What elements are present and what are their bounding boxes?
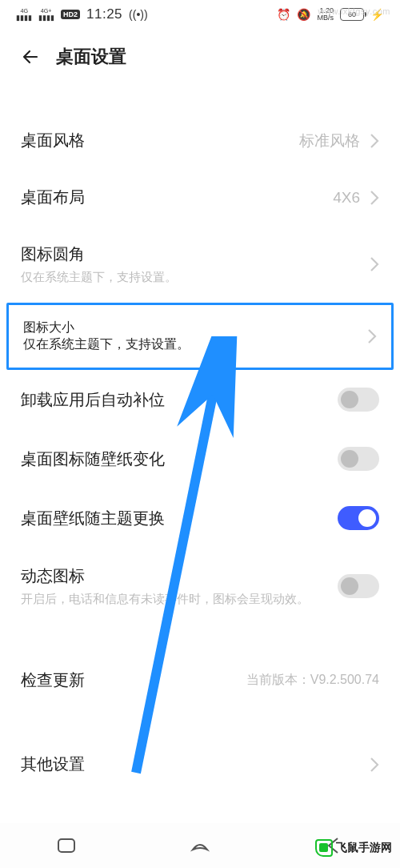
mute-icon: 🔕	[297, 8, 310, 21]
item-label: 桌面壁纸随主题更换	[21, 508, 328, 529]
page-title: 桌面设置	[56, 45, 126, 69]
nav-recent-icon[interactable]	[56, 835, 77, 856]
item-sublabel: 仅在系统主题下，支持设置。	[21, 270, 360, 285]
settings-list: 桌面风格 标准风格 桌面布局 4X6 图标圆角 仅在系统主题下，支持设置。 图标…	[0, 112, 400, 793]
item-label: 桌面图标随壁纸变化	[21, 448, 328, 470]
item-label: 桌面风格	[21, 130, 290, 151]
item-value: 4X6	[333, 189, 360, 207]
chevron-right-icon	[370, 190, 379, 206]
item-check-update[interactable]: 检查更新 当前版本：V9.2.500.74	[0, 652, 400, 709]
watermark-brand: 飞鼠手游网	[315, 839, 392, 857]
item-icon-corner[interactable]: 图标圆角 仅在系统主题下，支持设置。	[0, 226, 400, 303]
item-desktop-style[interactable]: 桌面风格 标准风格	[0, 112, 400, 169]
item-sublabel: 仅在系统主题下，支持设置。	[23, 336, 190, 353]
toggle-dynamic-icon[interactable]	[338, 574, 379, 598]
signal-2-icon: 4G+▮▮▮▮	[38, 7, 54, 22]
toggle-auto-fill[interactable]	[338, 388, 379, 412]
item-label: 桌面布局	[21, 187, 323, 208]
item-label: 动态图标	[21, 565, 328, 587]
item-value: 标准风格	[299, 131, 360, 151]
chevron-right-icon	[370, 133, 379, 149]
item-label: 卸载应用后自动补位	[21, 389, 328, 411]
item-desktop-layout[interactable]: 桌面布局 4X6	[0, 169, 400, 226]
net-speed: 1.20MB/s	[317, 7, 334, 22]
status-time: 11:25	[86, 6, 122, 22]
brand-logo-icon	[315, 839, 333, 857]
toggle-wallpaper-theme[interactable]	[338, 506, 379, 530]
item-dynamic-icon[interactable]: 动态图标 开启后，电话和信息有未读事件时，图标会呈现动效。	[0, 548, 400, 625]
item-sublabel: 开启后，电话和信息有未读事件时，图标会呈现动效。	[21, 592, 328, 607]
alarm-icon: ⏰	[277, 8, 290, 21]
charging-icon: ⚡	[370, 8, 384, 21]
item-value: 当前版本：V9.2.500.74	[246, 672, 379, 689]
hd-badge: HD2	[61, 10, 80, 19]
hotspot-icon: ((•))	[129, 8, 148, 21]
item-wallpaper-theme[interactable]: 桌面壁纸随主题更换	[0, 488, 400, 548]
title-bar: 桌面设置	[0, 29, 400, 85]
item-other-settings[interactable]: 其他设置	[0, 736, 400, 793]
item-icon-wallpaper[interactable]: 桌面图标随壁纸变化	[0, 429, 400, 488]
chevron-right-icon	[367, 328, 377, 344]
item-auto-fill[interactable]: 卸载应用后自动补位	[0, 370, 400, 429]
item-label: 图标大小	[23, 319, 190, 336]
chevron-right-icon	[370, 256, 379, 272]
svg-rect-1	[58, 839, 74, 852]
nav-home-icon[interactable]	[190, 835, 210, 856]
item-icon-size-highlighted[interactable]: 图标大小 仅在系统主题下，支持设置。	[6, 303, 394, 370]
item-label: 其他设置	[21, 753, 360, 775]
toggle-icon-wallpaper[interactable]	[338, 447, 379, 471]
back-icon[interactable]	[21, 47, 40, 66]
status-bar: 4G▮▮▮▮ 4G+▮▮▮▮ HD2 11:25 ((•)) ⏰ 🔕 1.20M…	[0, 0, 400, 29]
chevron-right-icon	[370, 757, 379, 773]
battery-icon: 60	[340, 8, 364, 21]
item-label: 图标圆角	[21, 243, 360, 265]
signal-1-icon: 4G▮▮▮▮	[16, 7, 32, 22]
item-label: 检查更新	[21, 669, 237, 691]
